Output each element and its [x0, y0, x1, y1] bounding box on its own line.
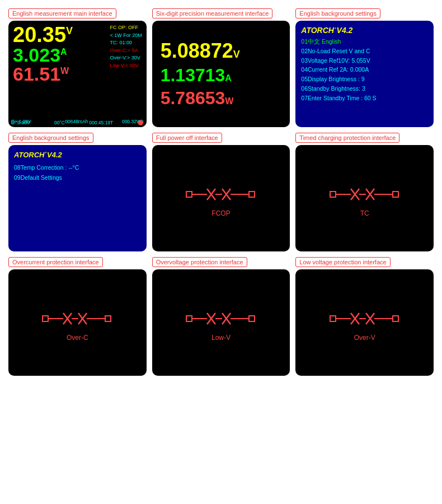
bg1-title: ATORCH — [301, 26, 334, 35]
lowv-label: Low-V — [211, 334, 231, 342]
label-main: English measurement main interface — [8, 8, 116, 18]
six-voltage: 5.08872V — [161, 39, 282, 63]
bottom-row2: D-:0.00V 00°C 000:45:19T 🔴 — [11, 120, 144, 127]
overc-circuit — [32, 304, 122, 332]
bg2-title: ATORCH — [14, 151, 44, 159]
svg-rect-8 — [249, 192, 255, 197]
cell-six: Six-digit precision measurement interfac… — [152, 8, 290, 127]
fcop-label: FCOP — [211, 209, 230, 217]
cell-main: English measurement main interface 20.35… — [8, 8, 147, 127]
tc-label: TC — [360, 209, 369, 217]
svg-rect-36 — [330, 316, 336, 321]
svg-rect-44 — [393, 316, 398, 321]
overc-label: Over-C — [67, 334, 88, 342]
screen-bg2: ATORCH+V4.2 08Temp Correction : --°C 09D… — [8, 145, 147, 251]
screen-bg1: ATORCH+V4.2 01中文 English 02No-Load Reset… — [295, 21, 434, 127]
six-current: 1.13713A — [161, 65, 282, 86]
cell-fcop: Full power off interface FCOP — [152, 133, 290, 251]
label-overc: Overcurrent protection interface — [8, 257, 103, 267]
cell-overc: Overcurrent protection interface Over-C — [8, 257, 147, 376]
side-info: FC OP: OFF < 1W For 20M TC: 01:00 Over-C… — [110, 24, 142, 69]
bg1-lines: 01中文 English 02No-Load Reset V and C 03V… — [301, 37, 428, 103]
lowv-circuit — [176, 304, 266, 332]
fcop-circuit — [176, 179, 266, 207]
time: 000:45:19T — [89, 120, 113, 125]
temp: 00°C — [54, 120, 65, 125]
tc-circuit — [320, 179, 410, 207]
screen-lowv: Low-V — [152, 269, 290, 376]
overv-circuit — [320, 304, 410, 332]
cell-bg1: English background settings ATORCH+V4.2 … — [295, 8, 434, 127]
six-power: 5.78653W — [161, 88, 282, 109]
main-grid: English measurement main interface 20.35… — [0, 0, 442, 384]
svg-rect-9 — [330, 192, 336, 197]
cell-lowv: Overvoltage protection interface Low-V — [152, 257, 290, 376]
bg2-lines: 08Temp Correction : --°C 09Default Setti… — [14, 163, 141, 183]
cell-overv: Low voltage protection interface Over-V — [295, 257, 434, 376]
bt-icon: 🔴 — [138, 120, 144, 125]
screen-overv: Over-V — [295, 269, 434, 376]
cell-bg2: English background settings ATORCH+V4.2 … — [8, 133, 147, 251]
overv-label: Over-V — [354, 334, 375, 342]
svg-rect-27 — [186, 316, 192, 321]
screen-main: 20.35V 3.023A 61.51W FC OP: OFF < 1W For… — [8, 21, 147, 127]
screen-six: 5.08872V 1.13713A 5.78653W — [152, 21, 290, 127]
svg-rect-0 — [186, 192, 192, 197]
screen-tc: TC — [295, 145, 434, 251]
label-tc: Timed charging protection interface — [295, 133, 399, 143]
label-six: Six-digit precision measurement interfac… — [152, 8, 273, 18]
d-neg: D-:0.00V — [11, 120, 30, 125]
screen-overc: Over-C — [8, 269, 147, 376]
svg-rect-26 — [105, 316, 111, 321]
svg-rect-18 — [43, 316, 48, 321]
screen-fcop: FCOP — [152, 145, 290, 251]
label-lowv: Overvoltage protection interface — [152, 257, 247, 267]
svg-rect-17 — [393, 192, 398, 197]
label-fcop: Full power off interface — [152, 133, 222, 143]
label-bg1: English background settings — [295, 8, 380, 18]
svg-rect-35 — [249, 316, 255, 321]
label-bg2: English background settings — [8, 133, 93, 143]
cell-tc: Timed charging protection interface TC — [295, 133, 434, 251]
label-overv: Low voltage protection interface — [295, 257, 390, 267]
